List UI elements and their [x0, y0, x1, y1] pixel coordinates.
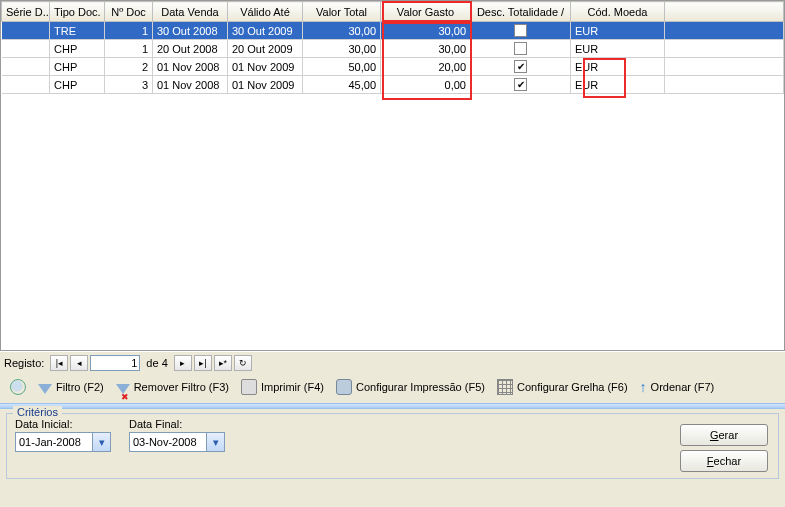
cell-tipo[interactable]: CHP	[50, 40, 105, 58]
nav-refresh-button[interactable]: ↻	[234, 355, 252, 371]
data-inicial-label: Data Inicial:	[15, 418, 111, 430]
col-num-header[interactable]: Nº Doc	[105, 2, 153, 22]
cell-num[interactable]: 1	[105, 22, 153, 40]
cell-valortotal[interactable]: 50,00	[303, 58, 381, 76]
col-datavenda-header[interactable]: Data Venda	[153, 2, 228, 22]
table-row[interactable]: CHP120 Out 200820 Out 200930,0030,00EUR	[2, 40, 784, 58]
cell-tipo[interactable]: CHP	[50, 76, 105, 94]
cell-valortotal[interactable]: 30,00	[303, 40, 381, 58]
cell-moeda[interactable]: EUR	[571, 58, 665, 76]
col-tipo-header[interactable]: Tipo Doc.	[50, 2, 105, 22]
col-desctotal-header[interactable]: Desc. Totalidade /	[471, 2, 571, 22]
remover-filtro-button[interactable]: Remover Filtro (F3)	[112, 379, 233, 395]
data-inicial-dropdown[interactable]: ▾	[93, 432, 111, 452]
col-codmoeda-header[interactable]: Cód. Moeda	[571, 2, 665, 22]
criteria-title: Critérios	[13, 406, 62, 418]
cell-valorgasto[interactable]: 0,00	[381, 76, 471, 94]
search-icon	[10, 379, 26, 395]
record-number-input[interactable]	[90, 355, 140, 371]
table-row[interactable]: CHP301 Nov 200801 Nov 200945,000,00✔EUR	[2, 76, 784, 94]
cell-tipo[interactable]: TRE	[50, 22, 105, 40]
config-grelha-button[interactable]: Configurar Grelha (F6)	[493, 377, 632, 397]
cell-valorgasto[interactable]: 30,00	[381, 40, 471, 58]
cell-num[interactable]: 2	[105, 58, 153, 76]
fechar-text: echar	[714, 455, 742, 467]
gerar-text: erar	[719, 429, 739, 441]
table-header-row: Série D... Tipo Doc. Nº Doc Data Venda V…	[2, 2, 784, 22]
ordenar-button[interactable]: ↑Ordenar (F7)	[636, 377, 719, 397]
search-button[interactable]	[6, 377, 30, 397]
cell-valorgasto[interactable]: 30,00	[381, 22, 471, 40]
criteria-groupbox: Critérios Data Inicial: ▾ Data Final: ▾ …	[6, 413, 779, 479]
record-total: de 4	[146, 357, 167, 369]
nav-last-button[interactable]: ▸|	[194, 355, 212, 371]
data-inicial-input[interactable]	[15, 432, 93, 452]
cell-datavenda[interactable]: 01 Nov 2008	[153, 58, 228, 76]
cell-moeda[interactable]: EUR	[571, 22, 665, 40]
cell-num[interactable]: 1	[105, 40, 153, 58]
cell-extra	[665, 76, 784, 94]
cell-extra	[665, 40, 784, 58]
imprimir-button[interactable]: Imprimir (F4)	[237, 377, 328, 397]
cell-serie[interactable]	[2, 58, 50, 76]
filtro-label: Filtro (F2)	[56, 381, 104, 393]
nav-prev-button[interactable]: ◂	[70, 355, 88, 371]
grid-config-icon	[497, 379, 513, 395]
data-final-label: Data Final:	[129, 418, 225, 430]
filtro-button[interactable]: Filtro (F2)	[34, 379, 108, 395]
cell-desctotal[interactable]: ✔	[471, 76, 571, 94]
config-impressao-button[interactable]: Configurar Impressão (F5)	[332, 377, 489, 397]
config-impressao-label: Configurar Impressão (F5)	[356, 381, 485, 393]
filter-icon	[38, 384, 52, 394]
gerar-button[interactable]: Gerar	[680, 424, 768, 446]
nav-first-button[interactable]: |◂	[50, 355, 68, 371]
cell-validoate[interactable]: 01 Nov 2009	[228, 76, 303, 94]
desc-checkbox[interactable]	[514, 24, 527, 37]
col-extra-header	[665, 2, 784, 22]
remover-filtro-label: Remover Filtro (F3)	[134, 381, 229, 393]
table-row[interactable]: TRE130 Out 200830 Out 200930,0030,00EUR	[2, 22, 784, 40]
cell-desctotal[interactable]: ✔	[471, 58, 571, 76]
print-config-icon	[336, 379, 352, 395]
desc-checkbox[interactable]: ✔	[514, 78, 527, 91]
cell-validoate[interactable]: 20 Out 2009	[228, 40, 303, 58]
data-final-input[interactable]	[129, 432, 207, 452]
printer-icon	[241, 379, 257, 395]
cell-moeda[interactable]: EUR	[571, 40, 665, 58]
cell-valortotal[interactable]: 45,00	[303, 76, 381, 94]
cell-desctotal[interactable]	[471, 40, 571, 58]
desc-checkbox[interactable]: ✔	[514, 60, 527, 73]
nav-next-button[interactable]: ▸	[174, 355, 192, 371]
col-serie-header[interactable]: Série D...	[2, 2, 50, 22]
sort-up-icon: ↑	[640, 379, 647, 395]
separator	[0, 403, 785, 409]
cell-desctotal[interactable]	[471, 22, 571, 40]
data-grid: Série D... Tipo Doc. Nº Doc Data Venda V…	[0, 0, 785, 351]
cell-serie[interactable]	[2, 76, 50, 94]
col-valortotal-header[interactable]: Valor Total	[303, 2, 381, 22]
toolbar: Filtro (F2) Remover Filtro (F3) Imprimir…	[0, 373, 785, 401]
ordenar-label: Ordenar (F7)	[651, 381, 715, 393]
cell-extra	[665, 22, 784, 40]
cell-validoate[interactable]: 30 Out 2009	[228, 22, 303, 40]
cell-valortotal[interactable]: 30,00	[303, 22, 381, 40]
cell-datavenda[interactable]: 30 Out 2008	[153, 22, 228, 40]
cell-datavenda[interactable]: 20 Out 2008	[153, 40, 228, 58]
desc-checkbox[interactable]	[514, 42, 527, 55]
col-validoate-header[interactable]: Válido Até	[228, 2, 303, 22]
cell-tipo[interactable]: CHP	[50, 58, 105, 76]
cell-valorgasto[interactable]: 20,00	[381, 58, 471, 76]
nav-new-button[interactable]: ▸*	[214, 355, 232, 371]
table-row[interactable]: CHP201 Nov 200801 Nov 200950,0020,00✔EUR	[2, 58, 784, 76]
data-final-dropdown[interactable]: ▾	[207, 432, 225, 452]
cell-serie[interactable]	[2, 40, 50, 58]
cell-validoate[interactable]: 01 Nov 2009	[228, 58, 303, 76]
imprimir-label: Imprimir (F4)	[261, 381, 324, 393]
fechar-button[interactable]: Fechar	[680, 450, 768, 472]
col-valorgasto-header[interactable]: Valor Gasto	[381, 2, 471, 22]
cell-num[interactable]: 3	[105, 76, 153, 94]
cell-datavenda[interactable]: 01 Nov 2008	[153, 76, 228, 94]
filter-remove-icon	[116, 384, 130, 394]
cell-serie[interactable]	[2, 22, 50, 40]
cell-moeda[interactable]: EUR	[571, 76, 665, 94]
